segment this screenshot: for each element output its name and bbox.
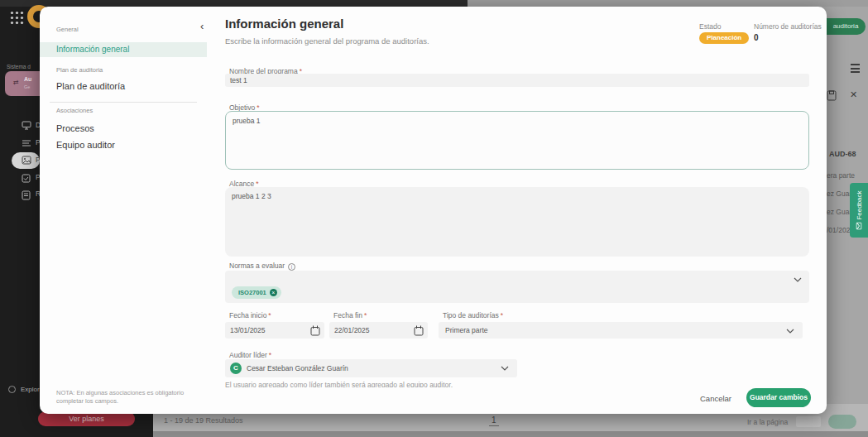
topbar-light [468,0,868,7]
avatar: C [230,363,242,374]
norma-chip: ISO27001 × [232,286,281,299]
table-cell-fragment: era parte [827,171,855,180]
page-title: Información general [225,17,343,31]
nav-item-equipo-auditor[interactable]: Equipo auditor [56,140,115,150]
nav-item-plan-auditoria[interactable]: Plan de auditoría [56,81,125,91]
report-icon[interactable] [22,190,31,200]
results-count: 1 - 19 de 19 Resultados [164,416,243,425]
record-id: AUD-68 [829,150,856,158]
auditor-helper-text: El usuario agregado como líder también s… [225,381,573,387]
alcance-textarea[interactable]: prueba 1 2 3 [225,187,809,257]
pagination-page-1[interactable]: 1 [489,415,499,426]
chevron-down-icon [501,366,509,371]
auditorias-label: Número de auditorías [754,22,822,31]
feedback-tab[interactable]: Feedback [850,183,868,238]
topbar-dark [0,0,468,7]
fecha-fin-input[interactable]: 22/01/2025 [329,322,428,339]
fecha-inicio-label: Fecha inicio* [229,311,271,319]
explore-label: Explor [21,386,40,393]
modal-content: Información general Escribe la informaci… [207,7,827,414]
menu-icon[interactable] [851,64,860,75]
programs-icon[interactable] [22,156,31,165]
save-button[interactable]: Guardar cambios [746,388,811,407]
apps-grid-icon[interactable] [10,11,24,25]
required-mark: * [501,311,503,319]
goto-page-button[interactable] [828,415,856,429]
workspace-subtitle: Ge [24,84,30,89]
calendar-icon[interactable] [414,325,424,336]
workspace-icon: ⇄ [13,79,19,86]
create-audit-button[interactable]: auditoria [826,18,866,35]
nav-section-general: General [56,26,79,33]
auditorias-count: 0 [754,33,759,42]
status-badge: Planeación [699,32,749,44]
bottom-strip [153,431,868,437]
envelope-icon [856,223,862,230]
auditor-select[interactable]: C Cesar Esteban González Guarín [225,359,517,377]
nav-section-plan: Plan de auditoria [56,66,103,74]
required-mark: * [269,351,271,359]
tipo-select[interactable]: Primera parte [439,322,803,339]
modal-nav: General Información general Plan de audi… [40,7,207,414]
required-mark: * [364,311,367,319]
feedback-tab-label: Feedback [856,190,863,219]
explore-icon[interactable] [8,386,16,393]
save-icon[interactable] [827,90,837,101]
estado-label: Estado [699,22,721,31]
close-icon[interactable]: ✕ [850,89,857,100]
calendar-icon[interactable] [310,325,320,336]
page-subtitle: Escribe la información general del progr… [225,36,429,46]
auditor-label: Auditor líder* [229,351,271,359]
norma-chip-label: ISO27001 [238,289,266,296]
objetivo-textarea[interactable]: prueba 1 [225,111,809,170]
cancel-button[interactable]: Cancelar [700,394,731,403]
normas-select[interactable]: ISO27001 × [225,271,809,303]
nav-note: NOTA: En algunas asociaciones es obligat… [56,389,195,406]
nav-item-informacion-general[interactable]: Información general [40,42,207,57]
chevron-down-icon [794,277,802,282]
goto-page-input[interactable] [796,416,821,427]
workspace-title: Au [24,76,31,82]
chevron-down-icon [786,329,794,334]
chip-remove-icon[interactable]: × [270,289,277,296]
nav-divider [50,102,197,103]
goto-page-label: Ir a la página [747,418,788,426]
screen: Sistema d ⇄ Au Ge D P P P R Explor Ver p… [0,0,868,437]
normas-label: Normas a evaluari [229,262,295,271]
nav-item-procesos[interactable]: Procesos [56,123,94,133]
list-icon[interactable] [22,139,31,147]
info-icon[interactable]: i [288,263,295,271]
system-label: Sistema d [7,64,31,70]
fecha-fin-label: Fecha fin* [333,311,367,319]
program-modal: ‹ General Información general Plan de au… [40,7,827,414]
nav-section-asociaciones: Asociaciones [56,107,93,114]
dashboard-icon[interactable] [22,121,31,130]
check-square-icon[interactable] [22,174,31,183]
required-mark: * [268,311,271,319]
fecha-inicio-input[interactable]: 13/01/2025 [225,322,324,339]
nombre-input[interactable]: test 1 [225,74,809,87]
tipo-label: Tipo de auditorías* [443,311,503,319]
